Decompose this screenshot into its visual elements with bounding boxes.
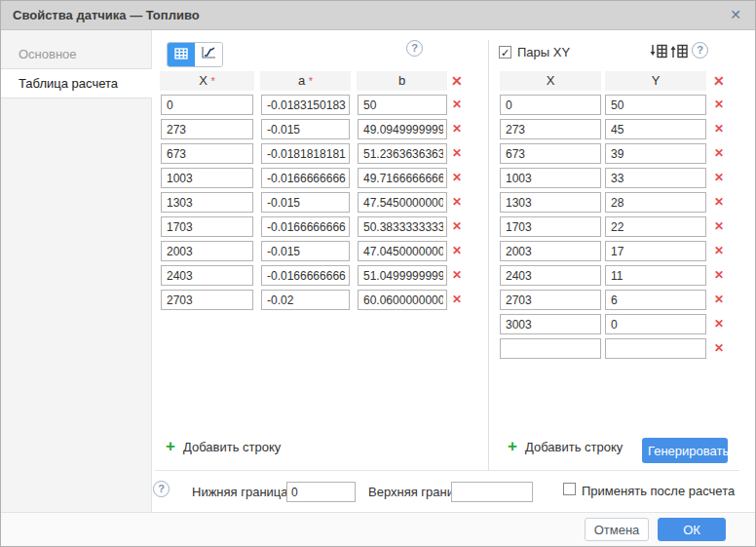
pair-x-input[interactable] <box>500 290 601 310</box>
cancel-button[interactable]: Отмена <box>585 518 649 541</box>
delete-pair-icon[interactable]: ✕ <box>714 244 724 257</box>
pairs-xy-label: Пары XY <box>517 45 570 59</box>
generate-button[interactable]: Генерировать <box>642 438 728 463</box>
column-header-b: b <box>357 71 447 91</box>
delete-pair-icon[interactable]: ✕ <box>714 195 724 209</box>
pair-y-input[interactable] <box>605 143 706 164</box>
delete-pair-icon[interactable]: ✕ <box>714 122 724 136</box>
table-row: ✕ <box>1 168 755 192</box>
pair-x-input[interactable] <box>500 95 601 115</box>
title-bar: Свойства датчика — Топливо ✕ <box>1 1 755 30</box>
ok-button[interactable]: ОК <box>658 518 726 541</box>
required-asterisk: * <box>211 75 215 87</box>
delete-pair-icon[interactable]: ✕ <box>714 146 724 160</box>
table-row: ✕ <box>1 143 755 168</box>
delete-all-rows-icon[interactable]: ✕ <box>451 72 463 90</box>
apply-after-calc-checkbox[interactable] <box>563 483 576 495</box>
table-view-button[interactable] <box>168 43 195 66</box>
add-row-button-left[interactable]: Добавить строку <box>183 440 281 454</box>
help-icon-pairs[interactable]: ? <box>692 42 708 59</box>
dialog-title: Свойства датчика — Топливо <box>13 8 200 22</box>
column-header-x-pairs: X <box>500 71 601 91</box>
pair-x-input[interactable] <box>500 143 601 164</box>
pair-x-input[interactable] <box>500 265 601 286</box>
pair-x-input[interactable] <box>500 314 601 334</box>
pair-y-input[interactable] <box>605 192 706 213</box>
pair-y-input[interactable] <box>605 119 706 139</box>
column-header-a: a * <box>260 71 351 91</box>
table-grid-icon <box>174 46 188 63</box>
sensor-properties-dialog: Свойства датчика — Топливо ✕ Основное Та… <box>0 0 756 547</box>
table-row: ✕ <box>1 265 755 290</box>
table-row: ✕ <box>1 338 755 363</box>
help-icon[interactable]: ? <box>406 40 423 57</box>
chart-view-button[interactable] <box>195 43 222 66</box>
move-up-to-table-icon[interactable] <box>669 44 688 62</box>
table-row: ✕ <box>1 241 755 265</box>
delete-pair-icon[interactable]: ✕ <box>714 293 724 306</box>
pair-x-input[interactable] <box>500 241 601 261</box>
delete-pair-icon[interactable]: ✕ <box>714 317 724 331</box>
table-row: ✕ <box>1 192 755 216</box>
delete-pair-icon[interactable]: ✕ <box>714 268 724 282</box>
sidebar-item-main[interactable]: Основное <box>1 40 151 69</box>
pair-y-input[interactable] <box>605 241 706 261</box>
lower-bound-label: Нижняя граница <box>192 485 288 499</box>
apply-after-calc-label: Применять после расчета <box>582 484 735 498</box>
table-row: ✕ <box>1 216 755 241</box>
required-asterisk: * <box>309 75 313 87</box>
close-icon[interactable]: ✕ <box>730 7 741 22</box>
delete-all-pairs-icon[interactable]: ✕ <box>713 72 725 90</box>
footer-bar: Отмена ОК <box>1 512 755 546</box>
add-icon[interactable]: + <box>508 439 517 454</box>
right-table-rows: ✕✕✕✕✕✕✕✕✕✕✕ <box>1 95 755 387</box>
pair-y-input[interactable] <box>605 168 706 188</box>
pair-x-input[interactable] <box>500 168 601 188</box>
table-row: ✕ <box>1 119 755 143</box>
lower-bound-input[interactable] <box>286 482 356 502</box>
table-row: ✕ <box>1 314 755 338</box>
line-chart-icon <box>201 46 216 63</box>
pairs-xy-checkbox[interactable]: ✓ <box>499 46 511 59</box>
pair-x-input[interactable] <box>500 119 601 139</box>
pair-x-input[interactable] <box>500 216 601 237</box>
column-header-y-pairs: Y <box>605 71 706 91</box>
pair-y-input[interactable] <box>605 338 706 359</box>
pair-x-input[interactable] <box>500 338 601 359</box>
pair-y-input[interactable] <box>605 265 706 286</box>
column-header-x: X * <box>160 71 254 91</box>
horizontal-divider <box>155 470 739 471</box>
add-row-button-right[interactable]: Добавить строку <box>525 440 623 454</box>
delete-pair-icon[interactable]: ✕ <box>714 341 724 355</box>
delete-pair-icon[interactable]: ✕ <box>714 98 724 111</box>
pair-y-input[interactable] <box>605 314 706 334</box>
pair-y-input[interactable] <box>605 216 706 237</box>
add-icon[interactable]: + <box>166 439 175 454</box>
delete-pair-icon[interactable]: ✕ <box>714 219 724 233</box>
help-icon-bounds[interactable]: ? <box>153 481 170 497</box>
pair-y-input[interactable] <box>605 290 706 310</box>
view-toggle-group <box>167 42 223 67</box>
table-row: ✕ <box>1 95 755 119</box>
delete-pair-icon[interactable]: ✕ <box>714 171 724 184</box>
pair-y-input[interactable] <box>605 95 706 115</box>
upper-bound-input[interactable] <box>451 482 533 502</box>
table-row: ✕ <box>1 290 755 314</box>
move-down-to-table-icon[interactable] <box>649 44 667 62</box>
pair-x-input[interactable] <box>500 192 601 213</box>
